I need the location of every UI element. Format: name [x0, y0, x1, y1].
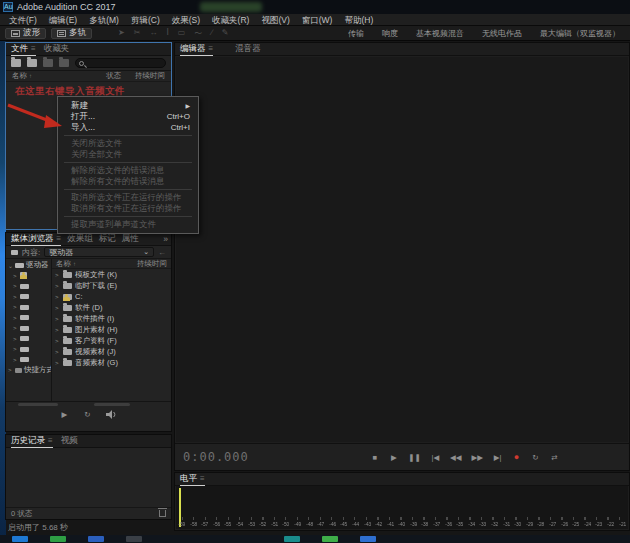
preview-play-button[interactable]: ▶ [60, 410, 69, 419]
tab-properties[interactable]: 属性 [122, 233, 139, 245]
column-status[interactable]: 状态 [106, 71, 121, 81]
trash-icon[interactable] [159, 510, 166, 517]
record-button[interactable]: ● [512, 452, 521, 462]
tool-icon[interactable]: ↔ [149, 28, 157, 39]
workspace-button[interactable]: 最大编辑（双监视器） [540, 28, 620, 39]
fast-forward-button[interactable]: ▶▶ [471, 453, 483, 462]
play-button[interactable]: ▶ [389, 453, 398, 462]
tree-drive-item[interactable]: > [6, 355, 51, 366]
column-duration[interactable]: 持续时间 [135, 71, 165, 81]
tool-icon[interactable]: 〜 [194, 28, 202, 39]
context-menu-item-dismiss-all-errors[interactable]: 解除所有文件的错误消息 [58, 176, 198, 187]
column-name[interactable]: 名称 [12, 71, 27, 81]
chevron-expanded-icon[interactable]: ⌄ [8, 262, 13, 269]
loop-button[interactable]: ↻ [531, 453, 540, 462]
taskbar-app-icon[interactable] [88, 536, 104, 542]
chevron-collapsed-icon[interactable]: > [55, 283, 60, 289]
taskbar-app-icon[interactable] [12, 536, 28, 542]
context-menu-item-close-all[interactable]: 关闭全部文件 [58, 149, 198, 160]
open-file-icon[interactable] [11, 59, 21, 67]
skip-to-start-button[interactable]: |◀ [431, 453, 440, 462]
chevron-collapsed-icon[interactable]: > [13, 336, 18, 342]
chevron-collapsed-icon[interactable]: > [55, 349, 60, 355]
stop-button[interactable]: ■ [370, 453, 379, 462]
scrollbar-thumb[interactable] [94, 403, 130, 406]
taskbar-app-icon[interactable] [322, 536, 338, 542]
tree-drive-item[interactable]: > [6, 292, 51, 303]
menu-bar-item[interactable]: 帮助(H) [339, 14, 378, 26]
filter-icon[interactable] [11, 250, 18, 255]
tab-history[interactable]: 历史记录 ≡ [11, 435, 53, 448]
taskbar-app-icon[interactable] [50, 536, 66, 542]
search-input[interactable] [75, 58, 166, 68]
chevron-collapsed-icon[interactable]: > [55, 327, 60, 333]
tool-icon[interactable]: ➤ [118, 28, 125, 39]
menu-bar-item[interactable]: 编辑(E) [44, 14, 82, 26]
media-browser-scrollbar[interactable] [6, 401, 171, 406]
taskbar-app-icon[interactable] [360, 536, 376, 542]
skip-selection-button[interactable]: ⇄ [550, 453, 559, 462]
skip-to-end-button[interactable]: ▶| [493, 453, 502, 462]
tree-shortcuts-item[interactable]: > 快捷方式 [6, 365, 51, 376]
drive-row[interactable]: > 客户资料 (F) [52, 335, 171, 346]
menu-bar-item[interactable]: 剪辑(C) [126, 14, 165, 26]
new-file-icon[interactable] [43, 59, 53, 67]
auto-play-speaker-icon[interactable] [106, 410, 117, 419]
scrollbar-thumb[interactable] [18, 403, 58, 406]
chevron-collapsed-icon[interactable]: > [55, 316, 60, 322]
tool-icon[interactable]: ✎ [222, 28, 229, 39]
chevron-collapsed-icon[interactable]: > [13, 283, 18, 289]
tree-root-drives[interactable]: ⌄ 驱动器 [6, 260, 51, 271]
import-file-icon[interactable] [27, 59, 37, 67]
chevron-collapsed-icon[interactable]: > [55, 360, 60, 366]
panel-menu-icon[interactable]: ≡ [48, 436, 53, 445]
menu-bar-item[interactable]: 视图(V) [256, 14, 294, 26]
chevron-collapsed-icon[interactable]: > [13, 304, 18, 310]
drive-row[interactable]: > 视频素材 (J) [52, 346, 171, 357]
panel-menu-icon[interactable]: ≡ [57, 234, 62, 243]
panel-menu-icon[interactable]: ≡ [31, 44, 36, 53]
workspace-button[interactable]: 无线电作品 [482, 28, 522, 39]
title-bar[interactable]: Au Adobe Audition CC 2017 [0, 0, 630, 14]
tree-drive-item[interactable]: > [6, 344, 51, 355]
tab-markers[interactable]: 标记 [99, 233, 116, 245]
tree-drive-item[interactable]: > [6, 281, 51, 292]
context-menu-item-extract-channels[interactable]: 提取声道到单声道文件 [58, 219, 198, 230]
panel-menu-icon[interactable]: ≡ [200, 474, 205, 483]
chevron-collapsed-icon[interactable]: > [55, 305, 60, 311]
menu-bar-item[interactable]: 文件(F) [4, 14, 42, 26]
context-menu-item-close-selected[interactable]: 关闭所选文件 [58, 138, 198, 149]
waveform-mode-button[interactable]: 波形 [5, 28, 46, 39]
tab-favorites[interactable]: 收藏夹 [44, 43, 70, 55]
chevron-collapsed-icon[interactable]: > [13, 346, 18, 352]
chevron-collapsed-icon[interactable]: > [13, 315, 18, 321]
tool-icon[interactable]: ▭ [178, 28, 186, 39]
editor-canvas[interactable] [176, 57, 628, 442]
tab-editor[interactable]: 编辑器 ≡ [180, 43, 213, 56]
workspace-button[interactable]: 传输 [348, 28, 364, 39]
pause-button[interactable]: ❚❚ [408, 453, 421, 462]
drive-row[interactable]: > 模板文件 (K) [52, 269, 171, 280]
windows-taskbar[interactable] [0, 535, 630, 543]
tab-media-browser[interactable]: 媒体浏览器 ≡ [11, 233, 61, 246]
drive-row[interactable]: > 临时下载 (E) [52, 280, 171, 291]
tab-effects-rack[interactable]: 效果组 [67, 233, 93, 245]
drive-row[interactable]: > 音频素材 (G) [52, 357, 171, 368]
drive-row[interactable]: > 软件插件 (I) [52, 313, 171, 324]
context-menu-item-open[interactable]: 打开... Ctrl+O [58, 111, 198, 122]
tab-levels[interactable]: 电平 ≡ [180, 473, 205, 486]
tab-video[interactable]: 视频 [61, 435, 78, 447]
favorites-icon[interactable] [59, 59, 69, 67]
drive-row[interactable]: > 图片素材 (H) [52, 324, 171, 335]
chevron-collapsed-icon[interactable]: > [13, 357, 18, 363]
chevron-collapsed-icon[interactable]: > [55, 294, 60, 300]
preview-loop-button[interactable]: ↻ [83, 410, 92, 419]
context-menu-item-cancel-selected-operations[interactable]: 取消所选文件正在运行的操作 [58, 192, 198, 203]
tree-drive-item[interactable]: > [6, 334, 51, 345]
tree-drive-item[interactable]: > [6, 302, 51, 313]
tool-icon[interactable]: ∕ [211, 28, 212, 39]
drive-row[interactable]: > C: [52, 291, 171, 302]
tool-icon[interactable]: ✂ [134, 28, 141, 39]
chevron-collapsed-icon[interactable]: > [55, 338, 60, 344]
tree-drive-item[interactable]: > [6, 313, 51, 324]
